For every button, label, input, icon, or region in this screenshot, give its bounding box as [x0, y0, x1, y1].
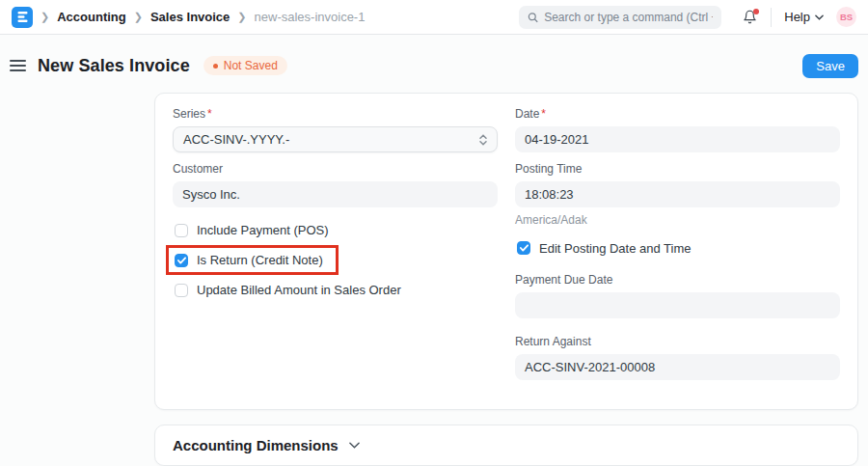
- checkbox-unchecked-icon[interactable]: [175, 224, 188, 237]
- app-window: ❯ Accounting ❯ Sales Invoice ❯ new-sales…: [0, 0, 868, 466]
- checkbox-checked-icon[interactable]: [175, 254, 188, 267]
- return-against-label: Return Against: [515, 335, 840, 348]
- search-input[interactable]: [544, 11, 713, 24]
- chevron-right-icon: ❯: [134, 12, 143, 22]
- breadcrumb: ❯ Accounting ❯ Sales Invoice ❯ new-sales…: [41, 10, 365, 24]
- chevron-down-icon: [815, 14, 824, 20]
- chevron-right-icon: ❯: [237, 12, 246, 22]
- customer-field: Customer Sysco Inc.: [173, 162, 498, 207]
- status-dot-icon: [213, 64, 218, 69]
- invoice-form-card: Series* ACC-SINV-.YYYY.- Customer Sysco …: [154, 93, 858, 410]
- return-against-field: Return Against ACC-SINV-2021-00008: [515, 335, 840, 380]
- checkbox-unchecked-icon[interactable]: [175, 284, 188, 297]
- date-label: Date*: [515, 107, 840, 121]
- posting-time-label: Posting Time: [515, 162, 840, 176]
- form-left-column: Series* ACC-SINV-.YYYY.- Customer Sysco …: [173, 107, 498, 390]
- status-badge: Not Saved: [203, 56, 287, 75]
- navbar: ❯ Accounting ❯ Sales Invoice ❯ new-sales…: [0, 0, 868, 35]
- is-return-checkbox-row[interactable]: Is Return (Credit Note): [175, 253, 323, 267]
- breadcrumb-current: new-sales-invoice-1: [255, 10, 366, 24]
- check-icon: [520, 244, 529, 252]
- breadcrumb-accounting[interactable]: Accounting: [57, 10, 126, 24]
- chevron-right-icon: ❯: [41, 12, 49, 22]
- posting-time-input[interactable]: 18:08:23: [515, 181, 840, 207]
- breadcrumb-sales-invoice[interactable]: Sales Invoice: [150, 10, 230, 24]
- posting-time-field: Posting Time 18:08:23 America/Adak: [515, 162, 840, 227]
- payment-due-date-label: Payment Due Date: [515, 273, 840, 287]
- navbar-right: Help BS: [519, 6, 856, 29]
- help-menu[interactable]: Help: [784, 10, 824, 24]
- payment-due-date-input[interactable]: [515, 292, 840, 318]
- check-icon: [177, 257, 186, 264]
- chevron-down-icon: [349, 442, 360, 449]
- payment-due-date-field: Payment Due Date: [515, 273, 840, 318]
- app-logo-icon[interactable]: [12, 7, 33, 28]
- checkbox-checked-icon[interactable]: [517, 241, 530, 255]
- series-select[interactable]: ACC-SINV-.YYYY.-: [173, 126, 498, 152]
- page-header: New Sales Invoice Not Saved Save: [0, 42, 868, 89]
- menu-icon[interactable]: [10, 60, 26, 71]
- edit-posting-checkbox-row[interactable]: Edit Posting Date and Time: [517, 241, 692, 256]
- update-billed-checkbox-row[interactable]: Update Billed Amount in Sales Order: [175, 283, 401, 297]
- date-input[interactable]: 04-19-2021: [515, 126, 840, 152]
- status-badge-label: Not Saved: [224, 59, 278, 72]
- navbar-divider: [771, 8, 772, 27]
- return-against-input[interactable]: ACC-SINV-2021-00008: [515, 354, 840, 380]
- required-asterisk: *: [541, 107, 546, 121]
- timezone-text: America/Adak: [515, 213, 840, 227]
- erpnext-logo-icon: [16, 11, 29, 23]
- section-accounting-dimensions[interactable]: Accounting Dimensions: [154, 425, 858, 466]
- include-payment-label: Include Payment (POS): [197, 223, 329, 237]
- search-icon: [528, 12, 538, 23]
- edit-posting-label: Edit Posting Date and Time: [539, 241, 692, 256]
- is-return-label: Is Return (Credit Note): [197, 253, 323, 267]
- select-updown-icon: [479, 134, 487, 146]
- include-payment-checkbox-row[interactable]: Include Payment (POS): [175, 223, 329, 237]
- main-content: Series* ACC-SINV-.YYYY.- Customer Sysco …: [0, 89, 868, 466]
- form-right-column: Date* 04-19-2021 Posting Time 18:08:23 A…: [515, 107, 840, 390]
- date-field: Date* 04-19-2021: [515, 107, 840, 152]
- page-title: New Sales Invoice: [38, 56, 190, 76]
- customer-input[interactable]: Sysco Inc.: [173, 181, 498, 207]
- series-label: Series*: [173, 107, 498, 121]
- section-title: Accounting Dimensions: [173, 437, 339, 453]
- update-billed-label: Update Billed Amount in Sales Order: [197, 283, 401, 297]
- help-label: Help: [784, 10, 810, 24]
- checkbox-group: Include Payment (POS) Is Return (Credit …: [173, 217, 498, 303]
- customer-label: Customer: [173, 162, 498, 176]
- required-asterisk: *: [207, 107, 212, 121]
- save-button[interactable]: Save: [802, 54, 858, 78]
- avatar[interactable]: BS: [836, 7, 856, 27]
- series-value: ACC-SINV-.YYYY.-: [183, 132, 289, 147]
- series-field: Series* ACC-SINV-.YYYY.-: [173, 107, 498, 152]
- notification-dot: [753, 9, 759, 14]
- search-bar[interactable]: [519, 6, 721, 29]
- notifications-button[interactable]: [743, 10, 757, 24]
